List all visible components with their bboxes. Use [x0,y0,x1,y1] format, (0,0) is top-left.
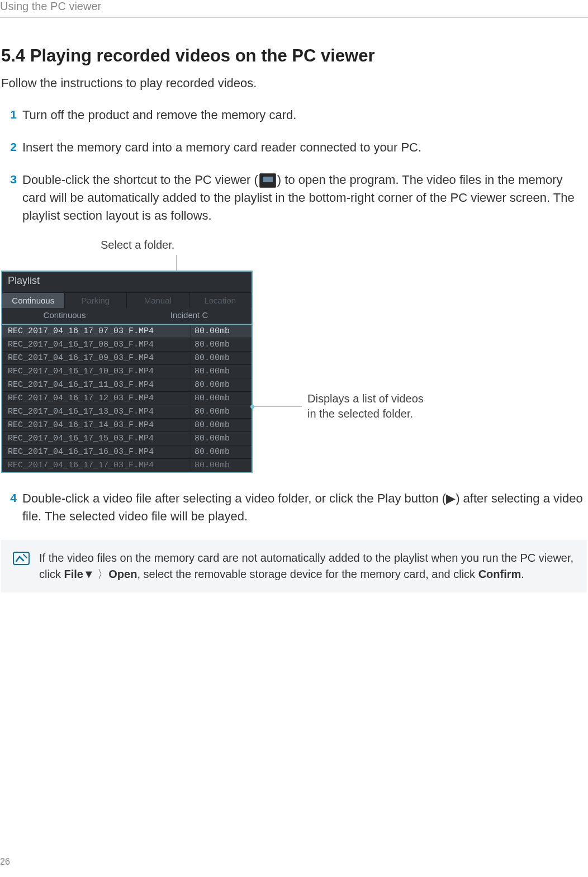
file-size: 80.00mb [191,392,252,405]
tab-parking[interactable]: Parking [65,292,127,308]
subtabs-row: Continuous Incident C [2,308,252,324]
file-list: REC_2017_04_16_17_07_03_F.MP480.00mb REC… [2,324,252,472]
folder-tabs-row: Continuous Parking Manual Location [2,292,252,308]
file-name: REC_2017_04_16_17_08_03_F.MP4 [2,338,191,351]
file-row[interactable]: REC_2017_04_16_17_10_03_F.MP480.00mb [2,365,252,378]
annotation-file-list: Displays a list of videos in the selecte… [253,391,424,421]
file-size: 80.00mb [191,405,252,418]
file-size: 80.00mb [191,352,252,364]
step-list-continued: 4 Double-click a video file after select… [1,490,587,525]
note-part-b: , select the removable storage device fo… [137,568,478,580]
file-name: REC_2017_04_16_17_15_03_F.MP4 [2,432,191,445]
file-row[interactable]: REC_2017_04_16_17_09_03_F.MP480.00mb [2,352,252,365]
note-bold-confirm: Confirm [478,568,521,580]
file-name: REC_2017_04_16_17_17_03_F.MP4 [2,459,191,472]
page-header: Using the PC viewer [0,0,588,18]
tab-manual[interactable]: Manual [127,292,189,308]
file-name: REC_2017_04_16_17_11_03_F.MP4 [2,378,191,391]
section-intro: Follow the instructions to play recorded… [1,76,587,91]
step-text: Insert the memory card into a memory car… [22,139,587,157]
file-name: REC_2017_04_16_17_12_03_F.MP4 [2,392,191,405]
step-number: 3 [1,171,17,225]
step-list: 1 Turn off the product and remove the me… [1,106,587,224]
file-size: 80.00mb [191,432,252,445]
annotation-connector-top [22,255,587,271]
file-size: 80.00mb [191,459,252,472]
file-name: REC_2017_04_16_17_16_03_F.MP4 [2,445,191,458]
breadcrumb: Using the PC viewer [0,0,101,13]
page-number: 26 [0,857,10,867]
note-text: If the video files on the memory card ar… [39,550,576,582]
section-heading: 5.4 Playing recorded videos on the PC vi… [1,46,587,66]
note-box: If the video files on the memory card ar… [1,540,587,592]
note-sep: 〉 [94,568,109,580]
file-row[interactable]: REC_2017_04_16_17_13_03_F.MP480.00mb [2,405,252,419]
annotation-connector-right [253,406,302,407]
step-3: 3 Double-click the shortcut to the PC vi… [1,171,587,225]
step-number: 2 [1,139,17,157]
note-bold-file: File▼ [64,568,94,580]
step-text: Turn off the product and remove the memo… [22,106,587,124]
step-number: 4 [1,490,17,525]
file-size: 80.00mb [191,338,252,351]
step-text: Double-click the shortcut to the PC view… [22,171,587,225]
file-name: REC_2017_04_16_17_07_03_F.MP4 [2,325,191,338]
file-row[interactable]: REC_2017_04_16_17_17_03_F.MP480.00mb [2,459,252,472]
file-size: 80.00mb [191,365,252,378]
subtab-continuous[interactable]: Continuous [2,308,127,323]
file-size: 80.00mb [191,325,252,338]
playlist-figure: Select a folder. Playlist Continuous Par… [1,239,587,473]
file-row[interactable]: REC_2017_04_16_17_08_03_F.MP480.00mb [2,338,252,352]
file-row[interactable]: REC_2017_04_16_17_12_03_F.MP480.00mb [2,392,252,405]
file-row[interactable]: REC_2017_04_16_17_07_03_F.MP480.00mb [2,325,252,338]
pc-viewer-shortcut-icon [259,173,276,188]
annotation-select-folder: Select a folder. [101,239,587,252]
file-name: REC_2017_04_16_17_13_03_F.MP4 [2,405,191,418]
note-part-c: . [521,568,524,580]
tab-location[interactable]: Location [189,292,252,308]
file-name: REC_2017_04_16_17_10_03_F.MP4 [2,365,191,378]
file-name: REC_2017_04_16_17_14_03_F.MP4 [2,419,191,432]
tab-continuous[interactable]: Continuous [2,292,65,308]
annot-right-line1: Displays a list of videos [307,392,424,405]
file-size: 80.00mb [191,445,252,458]
note-bold-open: Open [108,568,137,580]
step-1: 1 Turn off the product and remove the me… [1,106,587,124]
playlist-panel: Playlist Continuous Parking Manual Locat… [1,271,253,473]
step3-text-before: Double-click the shortcut to the PC view… [22,173,258,187]
step-4: 4 Double-click a video file after select… [1,490,587,525]
file-name: REC_2017_04_16_17_09_03_F.MP4 [2,352,191,364]
annotation-text-right: Displays a list of videos in the selecte… [307,391,424,421]
note-icon [12,551,30,567]
file-row[interactable]: REC_2017_04_16_17_15_03_F.MP480.00mb [2,432,252,445]
step-number: 1 [1,106,17,124]
file-size: 80.00mb [191,378,252,391]
file-size: 80.00mb [191,419,252,432]
playlist-title: Playlist [2,272,252,292]
file-row[interactable]: REC_2017_04_16_17_16_03_F.MP480.00mb [2,445,252,459]
file-row[interactable]: REC_2017_04_16_17_14_03_F.MP480.00mb [2,419,252,432]
step-text: Double-click a video file after selectin… [22,490,587,525]
step-2: 2 Insert the memory card into a memory c… [1,139,587,157]
annot-right-line2: in the selected folder. [307,407,413,420]
file-row[interactable]: REC_2017_04_16_17_11_03_F.MP480.00mb [2,378,252,392]
subtab-incident[interactable]: Incident C [127,308,252,323]
